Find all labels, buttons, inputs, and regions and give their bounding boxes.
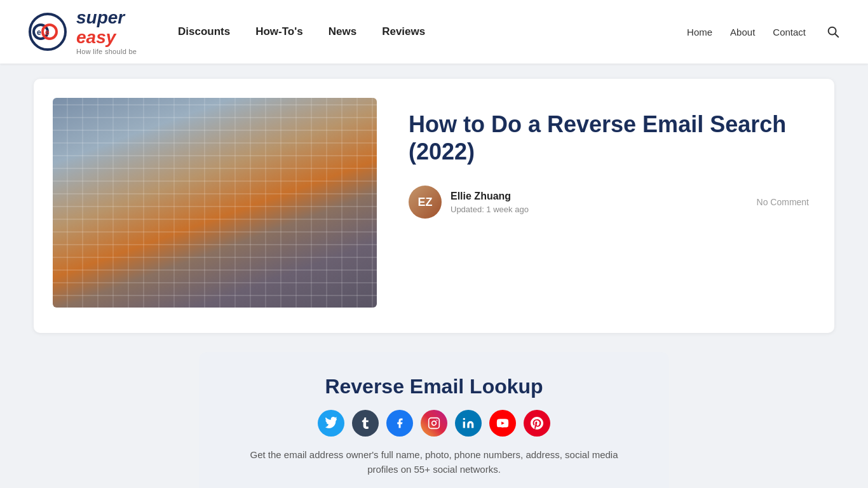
lookup-widget: Reverse Email Lookup: [199, 352, 669, 488]
logo-text: supereasy How life should be: [76, 8, 137, 55]
no-comment-label: No Comment: [757, 197, 809, 207]
search-icon: [826, 25, 840, 39]
lookup-title: Reverse Email Lookup: [231, 375, 637, 398]
nav-howtos[interactable]: How-To's: [255, 25, 303, 38]
logo-icon: e e: [25, 13, 70, 51]
article-card: How to Do a Reverse Email Search (2022) …: [34, 79, 834, 333]
site-header: e e supereasy How life should be Discoun…: [0, 0, 868, 64]
author-avatar: EZ: [409, 186, 442, 219]
svg-point-9: [463, 418, 465, 420]
nav-home[interactable]: Home: [687, 27, 712, 37]
youtube-icon: [489, 410, 516, 437]
nav-contact[interactable]: Contact: [773, 27, 806, 37]
author-name: Ellie Zhuang: [451, 191, 529, 202]
instagram-icon: [421, 410, 447, 437]
lookup-section: Reverse Email Lookup: [34, 352, 834, 488]
nav-about[interactable]: About: [730, 27, 755, 37]
facebook-icon: [386, 410, 413, 437]
nav-reviews[interactable]: Reviews: [382, 25, 425, 38]
author-updated: Updated: 1 week ago: [451, 205, 529, 214]
twitter-icon: [318, 410, 344, 437]
pinterest-icon: [524, 410, 550, 437]
main-content: How to Do a Reverse Email Search (2022) …: [21, 79, 847, 488]
nav-discounts[interactable]: Discounts: [178, 25, 230, 38]
social-icons-row: [231, 410, 637, 437]
article-content: How to Do a Reverse Email Search (2022) …: [409, 98, 809, 225]
author-info: Ellie Zhuang Updated: 1 week ago: [451, 191, 529, 214]
svg-text:e: e: [37, 28, 41, 37]
svg-line-6: [835, 34, 838, 37]
site-logo[interactable]: e e supereasy How life should be: [25, 8, 153, 55]
main-nav: Discounts How-To's News Reviews: [153, 25, 687, 38]
lookup-description: Get the email address owner's full name,…: [250, 448, 618, 477]
tumblr-icon: [352, 410, 379, 437]
article-image: [53, 98, 377, 308]
logo-tagline: How life should be: [76, 48, 137, 55]
svg-rect-7: [429, 418, 440, 429]
author-row: EZ Ellie Zhuang Updated: 1 week ago No C…: [409, 186, 809, 219]
header-right: Home About Contact: [687, 22, 843, 41]
nav-news[interactable]: News: [329, 25, 356, 38]
linkedin-icon: [455, 410, 482, 437]
svg-text:e: e: [45, 28, 50, 37]
search-button[interactable]: [824, 22, 843, 41]
article-title: How to Do a Reverse Email Search (2022): [409, 111, 809, 165]
